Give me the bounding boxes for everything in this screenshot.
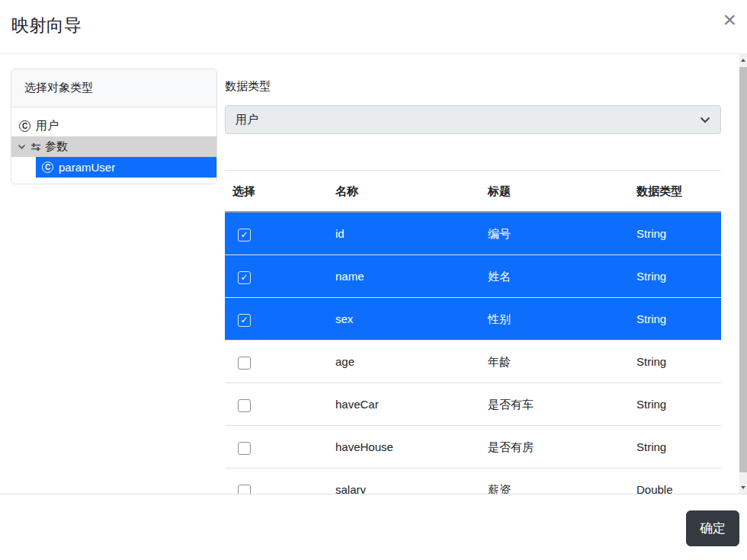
datatype-select-value: 用户 [236,113,258,127]
cell-select: ✓ [225,212,328,255]
cell-datatype: String [629,341,721,383]
table-row[interactable]: salary薪资Double [225,469,721,494]
column-header-name: 名称 [328,171,480,213]
table-row[interactable]: haveCar是否有车String [225,383,721,426]
fields-table-header-row: 选择 名称 标题 数据类型 [225,171,721,213]
chevron-down-icon [700,117,710,123]
checkbox-checked-icon[interactable]: ✓ [238,271,251,284]
dialog-header: 映射向导 × [0,0,747,54]
table-row[interactable]: haveHouse是否有房String [225,426,721,469]
tree-item-label: 参数 [45,139,68,154]
column-header-datatype: 数据类型 [629,171,721,213]
column-header-select: 选择 [225,171,328,213]
chevron-down-icon [17,142,27,152]
cell-title: 是否有房 [480,426,629,469]
cell-name: name [328,255,480,298]
scroll-up-icon[interactable] [741,59,745,62]
dialog-footer: 确定 [0,494,747,560]
datatype-label: 数据类型 [225,79,721,94]
cell-datatype: Double [629,469,721,494]
vertical-scrollbar[interactable] [739,54,747,494]
cell-datatype: String [629,212,721,255]
cell-select: ✓ [225,255,328,298]
dialog-title: 映射向导 [11,14,82,37]
scroll-down-icon[interactable] [741,486,745,489]
cell-title: 是否有车 [480,383,629,426]
table-row[interactable]: age年龄String [225,341,721,383]
cell-select [225,469,328,494]
cell-name: id [328,212,480,255]
class-icon: C [42,162,53,173]
cell-datatype: String [629,383,721,426]
checkbox-unchecked-icon[interactable] [238,399,251,412]
cell-name: sex [328,298,480,341]
table-row[interactable]: ✓name姓名String [225,255,721,298]
table-row[interactable]: ✓sex性别String [225,298,721,341]
cell-name: haveHouse [328,426,480,469]
table-row[interactable]: ✓id编号String [225,212,721,255]
tree-item-user[interactable]: C 用户 [11,116,216,136]
checkbox-checked-icon[interactable]: ✓ [238,314,251,327]
cell-datatype: String [629,298,721,341]
cell-name: salary [328,469,480,494]
datatype-select[interactable]: 用户 [225,105,721,134]
cell-title: 编号 [480,212,629,255]
object-type-tree: C 用户 参数 C paramUser [11,107,216,184]
ok-button[interactable]: 确定 [686,510,739,546]
cell-select [225,383,328,426]
cell-name: age [328,341,480,383]
tree-item-paramuser[interactable]: C paramUser [11,157,216,178]
cell-title: 薪资 [480,469,629,494]
cell-title: 性别 [480,298,629,341]
scrollbar-thumb[interactable] [739,67,747,472]
checkbox-unchecked-icon[interactable] [238,357,251,370]
cell-select: ✓ [225,298,328,341]
tree-item-label: 用户 [36,119,59,133]
fields-table: 选择 名称 标题 数据类型 ✓id编号String✓name姓名String✓s… [225,170,721,494]
checkbox-unchecked-icon[interactable] [238,442,251,455]
cell-datatype: String [629,426,721,469]
fields-table-body: ✓id编号String✓name姓名String✓sex性别Stringage年… [225,212,721,494]
cell-select [225,426,328,469]
class-icon: C [19,120,30,132]
object-type-panel: 选择对象类型 C 用户 参数 C paramUser [11,69,217,184]
checkbox-unchecked-icon[interactable] [238,485,251,494]
checkbox-checked-icon[interactable]: ✓ [238,229,251,242]
dialog-body: 选择对象类型 C 用户 参数 C paramUser [0,54,739,494]
column-header-title: 标题 [480,171,629,213]
cell-datatype: String [629,255,721,298]
cell-select [225,341,328,383]
tree-item-params[interactable]: 参数 [11,136,216,157]
object-type-panel-header: 选择对象类型 [11,69,216,107]
field-mapping-panel: 数据类型 用户 选择 名称 标题 数据类型 ✓id编号String✓name姓名… [225,54,721,494]
cell-title: 年龄 [480,341,629,383]
cell-name: haveCar [328,383,480,426]
tree-item-label: paramUser [59,161,115,174]
tune-icon [30,142,41,152]
close-icon[interactable]: × [723,8,736,31]
cell-title: 姓名 [480,255,629,298]
tree-selection-highlight: C paramUser [36,157,216,178]
